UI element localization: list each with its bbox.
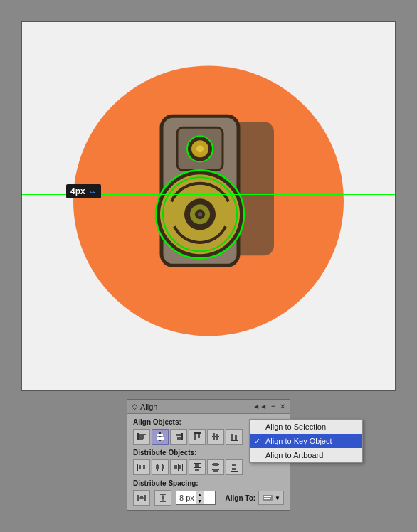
distance-badge: 4px: [66, 184, 101, 198]
svg-rect-46: [174, 465, 177, 469]
svg-rect-34: [231, 434, 233, 440]
svg-rect-21: [159, 432, 161, 441]
align-middle-v-button[interactable]: [207, 429, 224, 445]
svg-rect-65: [160, 494, 166, 495]
align-to-artboard-option[interactable]: Align to Artboard: [250, 448, 362, 462]
align-to-key-object-option[interactable]: Align to Key Object: [250, 434, 362, 448]
panel-close-button[interactable]: ✕: [280, 403, 285, 410]
artboard: 4px: [22, 22, 395, 390]
speaker-illustration: [146, 102, 288, 302]
align-to-container: Align To: ▼: [226, 491, 285, 505]
svg-rect-29: [198, 434, 200, 438]
svg-rect-44: [178, 464, 179, 471]
canvas-area: 4px: [21, 21, 396, 391]
dist-middle-v-button[interactable]: [207, 459, 224, 475]
align-icon: ◇: [132, 402, 137, 411]
chevron-down-icon: ▼: [275, 495, 280, 501]
svg-rect-22: [157, 434, 163, 436]
distribute-spacing-controls: 8 px ▲ ▼ Align To: ▼: [133, 490, 284, 506]
svg-rect-55: [213, 469, 218, 472]
svg-rect-17: [137, 433, 139, 440]
svg-rect-28: [194, 434, 196, 440]
svg-rect-38: [139, 465, 141, 469]
svg-rect-36: [137, 464, 138, 471]
svg-rect-67: [162, 496, 164, 499]
align-to-selection-option[interactable]: Align to Selection: [250, 420, 362, 434]
align-to-label: Align To:: [226, 494, 256, 502]
svg-rect-60: [137, 495, 139, 501]
dist-top-button[interactable]: [189, 459, 206, 475]
svg-rect-49: [194, 467, 201, 468]
svg-rect-71: [264, 496, 271, 497]
align-panel-label: Align: [140, 403, 157, 411]
panel-controls: ◄◄ ≡ ✕: [253, 403, 285, 410]
svg-rect-32: [216, 434, 218, 440]
align-left-button[interactable]: [133, 429, 150, 445]
svg-rect-54: [213, 463, 218, 466]
svg-rect-59: [232, 468, 236, 470]
svg-rect-43: [162, 465, 164, 469]
align-to-dropdown[interactable]: ▼: [258, 491, 284, 505]
align-center-h-button[interactable]: [152, 429, 169, 445]
align-top-button[interactable]: [189, 429, 206, 445]
svg-rect-35: [235, 435, 237, 440]
align-panel-header: ◇ Align ◄◄ ≡ ✕: [127, 400, 290, 414]
svg-rect-42: [156, 465, 159, 469]
move-handle-icon: [88, 187, 97, 196]
panel-collapse-button[interactable]: ◄◄: [253, 403, 267, 410]
svg-rect-27: [194, 432, 201, 434]
svg-rect-26: [177, 437, 181, 440]
dist-center-h-button[interactable]: [152, 459, 169, 475]
svg-rect-66: [160, 501, 166, 502]
svg-rect-51: [195, 469, 199, 471]
svg-rect-31: [213, 433, 215, 440]
svg-rect-45: [182, 464, 183, 471]
svg-rect-33: [231, 440, 238, 441]
svg-rect-72: [264, 498, 270, 499]
svg-rect-24: [181, 433, 183, 440]
svg-rect-20: [139, 438, 143, 440]
svg-rect-56: [231, 467, 238, 467]
distribute-spacing-label: Distribute Spacing:: [133, 479, 284, 487]
svg-rect-48: [194, 463, 201, 464]
spacing-down-button[interactable]: ▼: [196, 498, 204, 504]
svg-rect-19: [139, 434, 146, 435]
distance-value: 4px: [70, 186, 85, 196]
svg-rect-58: [232, 464, 236, 466]
dist-left-button[interactable]: [133, 459, 150, 475]
svg-rect-37: [142, 464, 142, 471]
panel-menu-button[interactable]: ≡: [271, 403, 275, 410]
align-to-dropdown-menu: Align to Selection Align to Key Object A…: [249, 419, 363, 463]
svg-rect-47: [179, 465, 181, 469]
svg-point-16: [198, 212, 202, 216]
spacing-up-button[interactable]: ▲: [196, 491, 204, 498]
spacing-input-container[interactable]: 8 px ▲ ▼: [176, 491, 216, 505]
align-right-button[interactable]: [170, 429, 187, 445]
svg-rect-23: [157, 437, 164, 440]
align-bottom-button[interactable]: [226, 429, 243, 445]
svg-rect-61: [144, 495, 146, 501]
spacing-value: 8 px: [176, 494, 194, 502]
svg-rect-25: [176, 434, 181, 436]
dist-spacing-h-button[interactable]: [133, 490, 150, 506]
svg-point-7: [196, 145, 204, 152]
svg-rect-57: [231, 471, 238, 472]
svg-rect-62: [140, 496, 143, 499]
align-panel-title: ◇ Align: [132, 402, 157, 411]
spacing-steppers[interactable]: ▲ ▼: [196, 491, 204, 504]
dist-right-button[interactable]: [170, 459, 187, 475]
svg-rect-50: [195, 464, 199, 467]
dist-spacing-v-button[interactable]: [154, 490, 171, 506]
dist-bottom-button[interactable]: [226, 459, 243, 475]
svg-rect-39: [143, 465, 145, 469]
